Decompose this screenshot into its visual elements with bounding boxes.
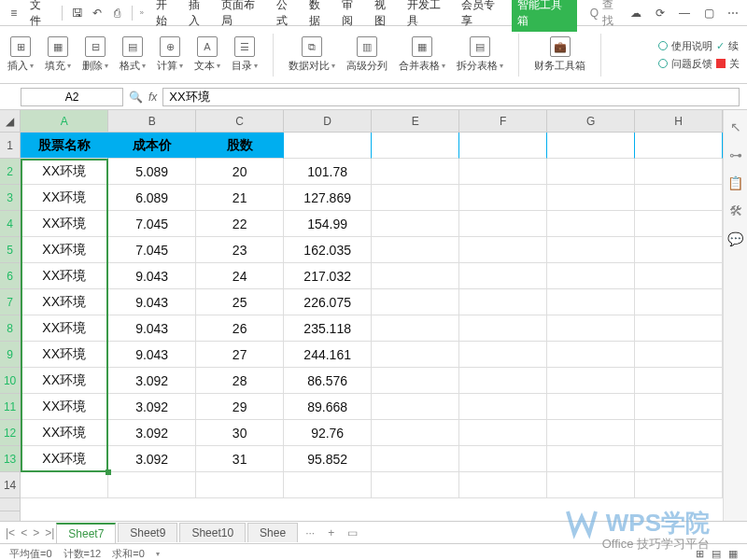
cell[interactable]: 27 — [196, 342, 284, 368]
cell[interactable]: 162.035 — [284, 237, 372, 263]
chevron-down-icon[interactable]: ▾ — [156, 550, 160, 558]
cell[interactable] — [547, 185, 635, 211]
cell[interactable]: 9.043 — [108, 289, 196, 315]
ribbon-split-table[interactable]: ▤拆分表格▾ — [457, 36, 503, 73]
cell[interactable] — [635, 211, 723, 237]
cell[interactable] — [21, 472, 108, 498]
cell[interactable]: 20 — [196, 159, 284, 185]
tab-view[interactable]: 视图 — [370, 0, 401, 32]
cell[interactable] — [372, 394, 459, 420]
cell[interactable]: 28 — [196, 368, 284, 394]
help-link[interactable]: 使用说明 ✓ 续 — [658, 39, 740, 53]
cell[interactable] — [547, 420, 635, 446]
cell[interactable]: 9.043 — [108, 263, 196, 289]
cell[interactable]: 89.668 — [284, 394, 372, 420]
cell[interactable] — [547, 289, 635, 315]
cell[interactable] — [635, 133, 723, 159]
view-page-icon[interactable]: ▦ — [728, 548, 738, 560]
cell[interactable] — [459, 315, 547, 342]
cell[interactable]: 6.089 — [108, 185, 196, 211]
minimize-icon[interactable]: — — [676, 5, 693, 21]
cell[interactable]: 26 — [196, 315, 284, 342]
cell[interactable] — [547, 472, 635, 498]
cell[interactable] — [547, 315, 635, 342]
cell[interactable]: XX环境 — [21, 342, 108, 368]
cell[interactable] — [635, 472, 723, 498]
cell[interactable] — [372, 368, 459, 394]
cell[interactable]: XX环境 — [21, 263, 108, 289]
tab-layout[interactable]: 页面布局 — [217, 0, 269, 32]
cell[interactable] — [635, 159, 723, 185]
maximize-icon[interactable]: ▢ — [700, 5, 717, 21]
cell[interactable] — [372, 289, 459, 315]
row-header[interactable]: 14 — [0, 472, 20, 498]
cell[interactable]: 101.78 — [284, 159, 372, 185]
ribbon-format[interactable]: ▤格式▾ — [120, 36, 146, 73]
sheet-tab[interactable]: Sheet10 — [179, 523, 246, 542]
tab-data[interactable]: 数据 — [304, 0, 335, 32]
cell[interactable] — [372, 420, 459, 446]
row-header[interactable]: 3 — [0, 185, 20, 211]
col-header[interactable]: A — [21, 110, 108, 132]
cell[interactable]: 股数 — [196, 133, 284, 159]
select-all-corner[interactable]: ◢ — [0, 110, 20, 133]
cell[interactable]: 31 — [196, 446, 284, 472]
feedback-link[interactable]: 问题反馈 关 — [658, 57, 740, 71]
cell[interactable]: 7.045 — [108, 237, 196, 263]
fx-icon[interactable]: fx — [148, 91, 157, 104]
cell[interactable] — [635, 263, 723, 289]
undo-icon[interactable]: ↶ — [89, 5, 106, 21]
search-box[interactable]: Q 查找 — [590, 0, 624, 29]
row-header[interactable]: 6 — [0, 263, 20, 289]
cell[interactable] — [547, 133, 635, 159]
next-sheet-icon[interactable]: > — [33, 526, 39, 539]
cell[interactable] — [372, 185, 459, 211]
ribbon-insert[interactable]: ⊞插入▾ — [7, 36, 34, 73]
cell[interactable]: 92.76 — [284, 420, 372, 446]
row-header[interactable]: 4 — [0, 211, 20, 237]
row-header[interactable]: 12 — [0, 420, 20, 446]
cell[interactable] — [459, 394, 547, 420]
cell[interactable]: 86.576 — [284, 368, 372, 394]
cell[interactable] — [459, 472, 547, 498]
tab-dev[interactable]: 开发工具 — [402, 0, 455, 32]
cell[interactable] — [635, 315, 723, 342]
cell[interactable]: 3.092 — [108, 420, 196, 446]
cell[interactable]: 3.092 — [108, 368, 196, 394]
cell[interactable] — [635, 368, 723, 394]
tab-smart-tools[interactable]: 智能工具箱 — [512, 0, 577, 32]
fill-handle[interactable] — [106, 469, 111, 475]
cell[interactable] — [459, 420, 547, 446]
ribbon-compare[interactable]: ⧉数据对比▾ — [289, 36, 335, 73]
cell[interactable] — [459, 446, 547, 472]
formula-input[interactable] — [162, 88, 740, 106]
more-icon[interactable]: ⋯ — [725, 5, 741, 21]
cell[interactable]: 5.089 — [108, 159, 196, 185]
cell[interactable] — [635, 446, 723, 472]
ribbon-split-col[interactable]: ▥高级分列 — [346, 36, 388, 73]
cell[interactable]: XX环境 — [21, 159, 108, 185]
cell[interactable]: 127.869 — [284, 185, 372, 211]
cell[interactable]: 7.045 — [108, 211, 196, 237]
sheet-tab-active[interactable]: Sheet7 — [56, 523, 116, 543]
sheet-tab[interactable]: Sheet9 — [118, 523, 177, 542]
cell[interactable]: 3.092 — [108, 394, 196, 420]
cell[interactable] — [547, 211, 635, 237]
row-header[interactable] — [0, 498, 20, 511]
row-header[interactable]: 13 — [0, 446, 20, 472]
cell[interactable] — [635, 185, 723, 211]
tab-formula[interactable]: 公式 — [272, 0, 303, 32]
view-layout-icon[interactable]: ▤ — [712, 548, 721, 560]
cell[interactable] — [459, 159, 547, 185]
cell[interactable] — [547, 237, 635, 263]
cell[interactable]: XX环境 — [21, 315, 108, 342]
cell[interactable] — [547, 159, 635, 185]
cell[interactable]: 95.852 — [284, 446, 372, 472]
cell[interactable]: 24 — [196, 263, 284, 289]
cell[interactable]: XX环境 — [21, 289, 108, 315]
cell[interactable] — [372, 315, 459, 342]
tab-vip[interactable]: 会员专享 — [457, 0, 509, 32]
cell[interactable] — [635, 289, 723, 315]
cell[interactable]: 21 — [196, 185, 284, 211]
cell[interactable] — [635, 237, 723, 263]
